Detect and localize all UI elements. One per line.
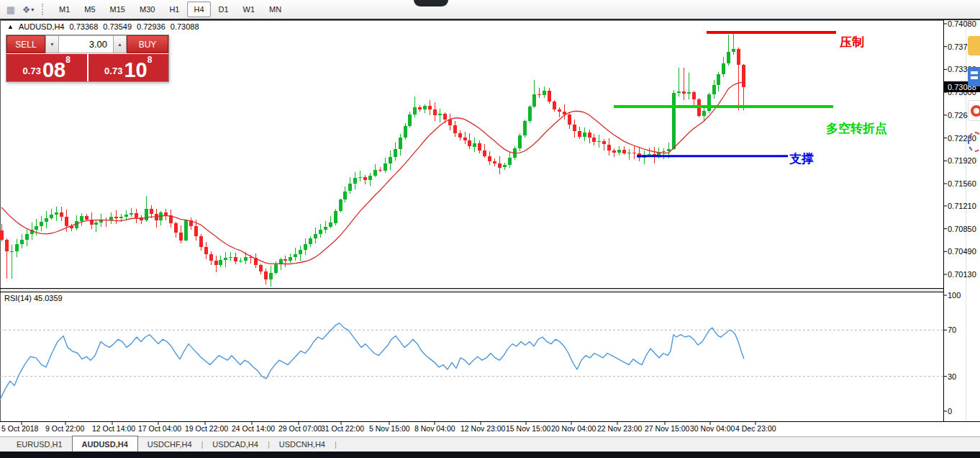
buy-price-big: 10 xyxy=(124,60,147,79)
timeframe-button-m30[interactable]: M30 xyxy=(133,1,161,17)
time-tick-label: 4 Dec 23:00 xyxy=(735,424,776,433)
timeframe-button-d1[interactable]: D1 xyxy=(212,1,235,17)
timeframe-button-h1[interactable]: H1 xyxy=(163,1,186,17)
browser-icon[interactable] xyxy=(968,100,980,121)
buy-price-prefix: 0.73 xyxy=(104,66,122,76)
time-tick-label: 15 Nov 15:00 xyxy=(506,424,550,433)
price-tick-label: 0.70490 xyxy=(948,247,976,256)
time-tick-label: 17 Oct 04:00 xyxy=(138,424,181,433)
volume-input[interactable] xyxy=(59,35,113,53)
chart-arrange-icon[interactable]: ❖ ▾ xyxy=(22,3,35,16)
buy-button[interactable]: BUY xyxy=(127,35,168,53)
taskbar-edge xyxy=(0,452,980,458)
tab-usdcnh-h4[interactable]: USDCNH,H4 xyxy=(270,437,335,452)
volume-increase-button[interactable]: ▲ xyxy=(113,35,127,53)
toolbar-grip xyxy=(42,4,46,15)
chart-title: ▲ AUDUSD,H4 0.73368 0.73549 0.72936 0.73… xyxy=(7,22,204,31)
chart-tab-bar: EURUSD,H1AUDUSD,H4USDCHF,H4|USDCAD,H4|US… xyxy=(0,436,980,452)
rsi-tick-label: 70 xyxy=(948,325,956,334)
support-label[interactable]: 支撑 xyxy=(789,151,814,167)
price-tick-label: 0.74080 xyxy=(948,19,976,28)
price-tick-label: 0.70850 xyxy=(948,225,976,233)
rsi-tick-label: 100 xyxy=(948,291,961,300)
sell-price-tile[interactable]: 0.73 08 8 xyxy=(6,54,87,81)
time-tick-label: 31 Oct 22:00 xyxy=(321,424,364,433)
time-tick-label: 24 Oct 14:00 xyxy=(232,424,275,433)
time-tick-label: 9 Oct 22:00 xyxy=(45,424,84,433)
time-tick-label: 22 Nov 23:00 xyxy=(597,424,642,433)
dashed-circle-icon[interactable] xyxy=(968,132,980,152)
time-tick-label: 12 Nov 23:00 xyxy=(460,424,505,433)
rsi-indicator-label: RSI(14) 45.0359 xyxy=(4,294,63,302)
sell-button[interactable]: SELL xyxy=(6,35,45,53)
photos-icon[interactable] xyxy=(968,36,980,55)
time-tick-label: 19 Oct 22:00 xyxy=(185,424,228,433)
time-tick-label: 8 Nov 04:00 xyxy=(414,424,455,433)
timeframe-button-m1[interactable]: M1 xyxy=(53,1,76,17)
camera-notch xyxy=(414,0,448,6)
pivot-label[interactable]: 多空转折点 xyxy=(826,120,887,137)
window-divider xyxy=(0,19,980,20)
time-tick-label: 29 Oct 07:00 xyxy=(278,424,322,433)
price-tick-label: 0.71210 xyxy=(948,202,976,210)
close-value: 0.73088 xyxy=(171,22,199,31)
rsi-tick-label: 0 xyxy=(948,407,952,416)
time-tick-label: 5 Oct 2018 xyxy=(1,424,38,433)
dropdown-caret-icon: ▾ xyxy=(31,6,34,13)
new-order-icon[interactable]: ▦ xyxy=(4,3,17,16)
sell-price-pip: 8 xyxy=(65,55,71,65)
time-tick-label: 30 Nov 04:00 xyxy=(690,424,735,433)
timeframe-button-w1[interactable]: W1 xyxy=(237,1,262,17)
volume-decrease-button[interactable]: ▼ xyxy=(45,35,59,53)
resistance-label[interactable]: 压制 xyxy=(840,34,864,50)
price-tick-label: 0.70130 xyxy=(948,270,976,279)
buy-price-tile[interactable]: 0.73 10 8 xyxy=(89,54,169,81)
one-click-trade-panel: SELL ▼ ▲ BUY 0.73 08 8 0.73 10 8 xyxy=(6,35,169,82)
time-tick-label: 12 Oct 14:00 xyxy=(92,424,135,433)
time-tick-label: 5 Nov 15:00 xyxy=(369,424,410,433)
low-value: 0.72936 xyxy=(137,22,165,31)
sell-price-big: 08 xyxy=(42,60,65,79)
timeframe-buttons: M1M5M15M30H1H4D1W1MN xyxy=(52,1,289,17)
time-tick-label: 20 Nov 04:00 xyxy=(551,424,596,433)
tab-audusd-h4[interactable]: AUDUSD,H4 xyxy=(72,436,138,452)
explorer-icon[interactable] xyxy=(968,67,980,86)
toolbar: ▦ ❖ ▾ M1M5M15M30H1H4D1W1MN xyxy=(0,0,980,19)
time-tick-label: 27 Nov 15:00 xyxy=(645,424,689,433)
one-click-collapse-icon[interactable]: ▲ xyxy=(7,23,14,30)
mt4-window: ▦ ❖ ▾ M1M5M15M30H1H4D1W1MN ▲ AUDUSD,H4 0… xyxy=(0,0,980,458)
tab-usdchf-h4[interactable]: USDCHF,H4 xyxy=(138,437,201,452)
ma-line xyxy=(1,82,743,264)
symbol-label: AUDUSD,H4 xyxy=(19,22,65,31)
sell-price-prefix: 0.73 xyxy=(23,66,41,76)
tab-eurusd-h1[interactable]: EURUSD,H1 xyxy=(7,437,72,452)
price-tick-label: 0.71920 xyxy=(948,156,976,165)
price-tick-label: 0.71560 xyxy=(948,179,976,188)
open-value: 0.73368 xyxy=(70,22,99,31)
tab-separator: | xyxy=(335,440,337,449)
timeframe-button-h4[interactable]: H4 xyxy=(187,1,210,17)
rsi-tick-label: 30 xyxy=(948,372,956,381)
tab-usdcad-h4[interactable]: USDCAD,H4 xyxy=(203,437,268,452)
buy-price-pip: 8 xyxy=(148,55,153,65)
chart-arrange-glyph: ❖ xyxy=(22,4,31,15)
timeframe-button-m15[interactable]: M15 xyxy=(104,1,132,17)
timeframe-button-m5[interactable]: M5 xyxy=(78,1,101,17)
high-value: 0.73549 xyxy=(103,22,132,31)
timeframe-button-mn[interactable]: MN xyxy=(263,1,288,17)
